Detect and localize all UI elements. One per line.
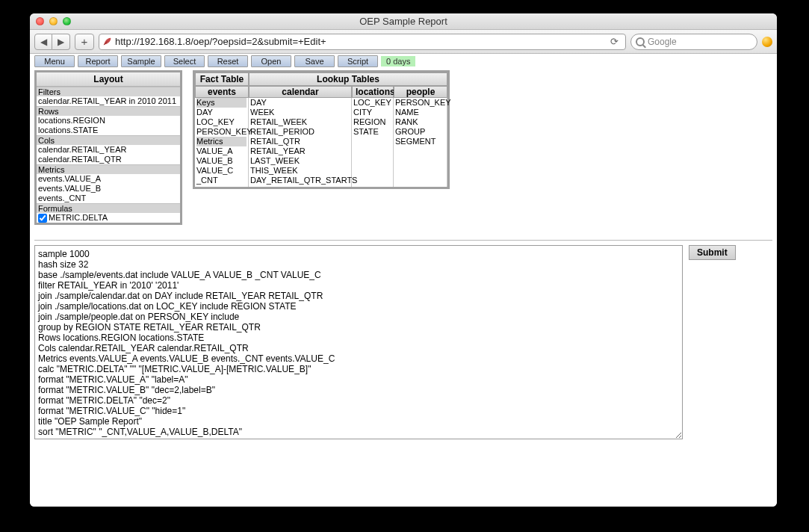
field-item[interactable]: THIS_WEEK: [250, 166, 350, 176]
layout-section-metrics: Metrics: [37, 164, 180, 174]
window-title: OEP Sample Report: [30, 16, 777, 27]
field-item[interactable]: VALUE_A: [196, 146, 247, 156]
field-item[interactable]: VALUE_B: [196, 156, 247, 166]
forward-button[interactable]: ▶: [52, 34, 70, 50]
menu-select[interactable]: Select: [164, 55, 205, 67]
rss-indicator-icon[interactable]: [762, 37, 772, 47]
layout-panel: Layout Filterscalendar.RETAIL_YEAR in 20…: [34, 70, 182, 225]
layout-section-cols: Cols: [37, 135, 180, 145]
menu-open[interactable]: Open: [251, 55, 291, 67]
table-column-people[interactable]: people: [394, 86, 447, 98]
table-column-locations[interactable]: locations: [352, 86, 394, 98]
field-item[interactable]: RANK: [395, 117, 445, 127]
url-bar[interactable]: http://192.168.1.8/oep/?oepsid=2&submit=…: [99, 34, 626, 50]
layout-item-checkbox[interactable]: [38, 214, 47, 223]
menu-save[interactable]: Save: [294, 55, 335, 67]
table-column-body-calendar: DAYWEEKRETAIL_WEEKRETAIL_PERIODRETAIL_QT…: [249, 98, 352, 187]
field-item[interactable]: RETAIL_WEEK: [250, 117, 350, 127]
field-item[interactable]: VALUE_C: [196, 166, 247, 176]
layout-item[interactable]: events.VALUE_B: [37, 184, 180, 194]
column-section: Keys: [196, 98, 247, 108]
field-item[interactable]: PERSON_KEY: [196, 127, 247, 137]
url-text: http://192.168.1.8/oep/?oepsid=2&submit=…: [115, 36, 607, 47]
table-column-calendar[interactable]: calendar: [249, 86, 352, 98]
layout-section-filters: Filters: [37, 87, 180, 96]
submit-button[interactable]: Submit: [689, 245, 736, 260]
reload-icon[interactable]: ⟳: [610, 36, 622, 47]
layout-item[interactable]: locations.STATE: [37, 126, 180, 135]
layout-item[interactable]: events._CNT: [37, 194, 180, 203]
field-item[interactable]: LOC_KEY: [353, 98, 391, 108]
layout-panel-header: Layout: [37, 72, 180, 87]
search-placeholder: Google: [648, 37, 677, 47]
column-section: Metrics: [196, 137, 247, 146]
field-item[interactable]: GROUP: [395, 127, 445, 137]
script-editor[interactable]: [34, 245, 683, 439]
table-column-body-locations: LOC_KEYCITYREGIONSTATE: [352, 98, 394, 187]
layout-item[interactable]: METRIC.DELTA: [37, 213, 180, 223]
field-item[interactable]: REGION: [353, 117, 391, 127]
menu-script[interactable]: Script: [338, 55, 378, 67]
field-item[interactable]: RETAIL_PERIOD: [250, 127, 350, 137]
layout-item[interactable]: locations.REGION: [37, 116, 180, 126]
field-item[interactable]: SEGMENT: [395, 137, 445, 146]
site-icon: [102, 37, 112, 46]
field-item[interactable]: NAME: [395, 108, 445, 117]
table-column-body-events: KeysDAYLOC_KEYPERSON_KEYMetricsVALUE_AVA…: [195, 98, 249, 187]
field-item[interactable]: RETAIL_YEAR: [250, 146, 350, 156]
field-item[interactable]: CITY: [353, 108, 391, 117]
back-button[interactable]: ◀: [34, 34, 52, 50]
field-item[interactable]: PERSON_KEY: [395, 98, 445, 108]
field-item[interactable]: STATE: [353, 127, 391, 137]
table-column-body-people: PERSON_KEYNAMERANKGROUPSEGMENT: [394, 98, 447, 187]
layout-item[interactable]: events.VALUE_A: [37, 174, 180, 184]
divider: [34, 240, 772, 241]
lookup-tables-header: Lookup Tables: [249, 72, 447, 86]
menu-strip: MenuReportSampleSelectResetOpenSaveScrip…: [30, 54, 777, 69]
layout-item-label: METRIC.DELTA: [49, 213, 108, 223]
search-icon: [636, 37, 645, 46]
browser-toolbar: ◀ ▶ + http://192.168.1.8/oep/?oepsid=2&s…: [30, 30, 777, 54]
tables-panel: Fact TableLookup Tables eventscalendarlo…: [193, 70, 450, 189]
days-badge: 0 days: [381, 56, 415, 66]
menu-reset[interactable]: Reset: [208, 55, 248, 67]
add-tab-button[interactable]: +: [75, 34, 94, 50]
field-item[interactable]: _CNT: [196, 176, 247, 185]
field-item[interactable]: DAY: [250, 98, 350, 108]
layout-item[interactable]: calendar.RETAIL_YEAR: [37, 145, 180, 155]
layout-section-rows: Rows: [37, 106, 180, 116]
table-column-events[interactable]: events: [195, 86, 249, 98]
field-item[interactable]: DAY_RETAIL_QTR_STARTS: [250, 176, 350, 185]
menu-report[interactable]: Report: [78, 55, 118, 67]
layout-item[interactable]: calendar.RETAIL_YEAR in 2010 2011: [37, 96, 180, 106]
layout-item[interactable]: calendar.RETAIL_QTR: [37, 155, 180, 164]
field-item[interactable]: WEEK: [250, 108, 350, 117]
field-item[interactable]: RETAIL_QTR: [250, 137, 350, 146]
menu-menu[interactable]: Menu: [34, 55, 75, 67]
layout-section-formulas: Formulas: [37, 203, 180, 213]
menu-sample[interactable]: Sample: [121, 55, 161, 67]
field-item[interactable]: LAST_WEEK: [250, 156, 350, 166]
field-item[interactable]: DAY: [196, 108, 247, 117]
field-item[interactable]: LOC_KEY: [196, 117, 247, 127]
search-input[interactable]: Google: [630, 34, 757, 50]
window-titlebar: OEP Sample Report: [30, 13, 777, 30]
fact-table-header: Fact Table: [195, 72, 249, 86]
